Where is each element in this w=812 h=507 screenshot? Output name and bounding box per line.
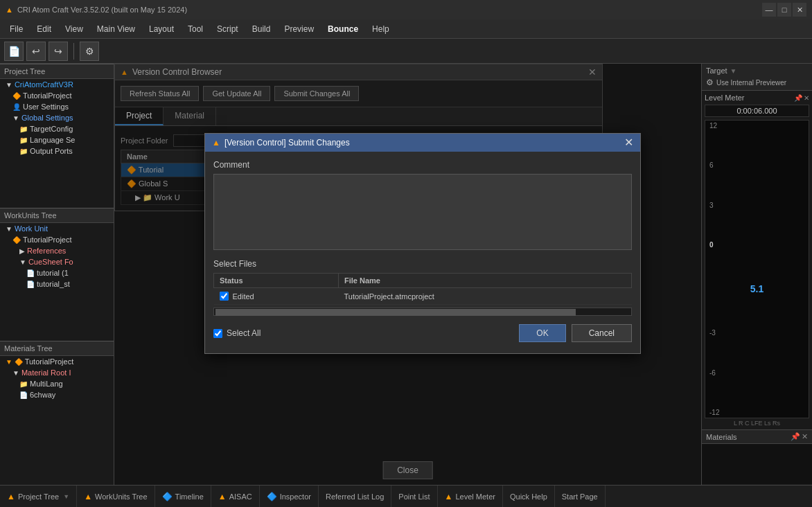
tree-item-materialroot[interactable]: ▼ Material Root I [0, 367, 114, 378]
tree-item-references[interactable]: ▶ References [0, 245, 114, 256]
taskbar-start-page[interactable]: Start Page [555, 486, 606, 507]
submit-dialog-close-button[interactable]: ✕ [624, 137, 633, 148]
menu-view[interactable]: View [58, 21, 90, 37]
tree-item-tutorialproject[interactable]: 🔶 TutorialProject [0, 90, 114, 101]
submit-dialog-icon: ▲ [212, 138, 220, 148]
menu-tool[interactable]: Tool [181, 21, 210, 37]
submit-dialog-body: Comment Select Files Status File Name [205, 152, 640, 353]
taskbar-quick-help[interactable]: Quick Help [503, 486, 555, 507]
tree-item-usersettings[interactable]: 👤 User Settings [0, 101, 114, 112]
menu-main-view[interactable]: Main View [90, 21, 142, 37]
taskbar-timeline[interactable]: 🔷 Timeline [155, 486, 211, 507]
materials-panel: Materials 📌 ✕ [702, 429, 812, 485]
taskbar-dropdown-icon: ▼ [63, 493, 69, 500]
taskbar-point-list[interactable]: Point List [391, 486, 437, 507]
cancel-button[interactable]: Cancel [572, 324, 632, 342]
menu-layout[interactable]: Layout [142, 21, 181, 37]
db-0-pos: 0 [709, 241, 804, 249]
settings-button[interactable]: ⚙ [80, 42, 99, 61]
materials-pin-button[interactable]: 📌 [791, 432, 800, 441]
workunits-icon: ▲ [84, 492, 92, 501]
point-list-label: Point List [398, 492, 430, 501]
submit-dialog-title-left: ▲ [Version Control] Submit Changes [212, 138, 350, 148]
close-window-button[interactable]: ✕ [793, 3, 806, 17]
menu-help[interactable]: Help [365, 21, 396, 37]
tree-item-tutorialst[interactable]: 📄 tutorial_st [0, 278, 114, 290]
title-bar-controls: — □ ✕ [762, 3, 806, 17]
tree-label: MultiLang [30, 380, 63, 388]
tree-label: References [27, 247, 66, 255]
filename-header: File Name [339, 274, 632, 288]
file-row[interactable]: Edited TutorialProject.atmcproject [214, 288, 632, 305]
tree-item-mat-tutorial[interactable]: ▼ 🔶 TutorialProject [0, 356, 114, 367]
tree-label: TutorialProject [23, 91, 72, 100]
toolbar-separator [73, 43, 74, 60]
folder-icon: ▼ [12, 369, 19, 377]
toolbar: 📄 ↩ ↪ ⚙ [0, 39, 812, 64]
minimize-button[interactable]: — [762, 3, 776, 17]
db-12-pos: 12 [709, 122, 804, 130]
tree-label: Language Se [30, 136, 75, 144]
timecode-value: 0:00:06.000 [736, 107, 777, 115]
channel-labels: L R C LFE Ls Rs [705, 420, 809, 427]
tree-item-outputports[interactable]: 📁 Output Ports [0, 145, 114, 157]
scrollbar-thumb[interactable] [215, 309, 576, 316]
dialog-buttons: OK Cancel [519, 324, 632, 342]
select-all-checkbox[interactable] [213, 329, 222, 338]
folder-icon: ▼ [19, 258, 26, 266]
ok-button[interactable]: OK [519, 324, 565, 342]
tree-item-wu-tutorial[interactable]: 🔶 TutorialProject [0, 234, 114, 245]
tree-item-criatom[interactable]: ▼ CriAtomCraftV3R [0, 79, 114, 90]
menu-build[interactable]: Build [245, 21, 278, 37]
workunits-tree-header: WorkUnits Tree [0, 208, 114, 223]
level-meter-display: 12 6 3 0 5.1 -3 -6 -12 [705, 120, 809, 418]
taskbar-level-meter-label: Level Meter [455, 492, 495, 501]
taskbar-workunits-tree[interactable]: ▲ WorkUnits Tree [77, 486, 155, 507]
level-meter-panel: Level Meter 📌 ✕ 0:00:06.000 12 6 3 0 5.1… [702, 91, 812, 429]
tree-item-globalsettings[interactable]: ▼ Global Settings [0, 112, 114, 123]
tree-label: Global Settings [21, 114, 73, 122]
redo-button[interactable]: ↪ [48, 42, 68, 61]
tree-item-cuesheetfo[interactable]: ▼ CueSheet Fo [0, 256, 114, 267]
tree-item-workunit[interactable]: ▼ Work Unit [0, 223, 114, 234]
taskbar-project-tree[interactable]: ▲ Project Tree ▼ [0, 486, 77, 507]
materials-close-button[interactable]: ✕ [802, 432, 808, 441]
file-checkbox[interactable] [220, 292, 229, 301]
level-meter-header: Level Meter 📌 ✕ [705, 94, 809, 102]
file-icon: 📄 [26, 269, 35, 277]
tree-label: TargetConfig [30, 125, 73, 133]
level-meter-pin-button[interactable]: 📌 [794, 94, 802, 102]
tree-item-targetconfig[interactable]: 📁 TargetConfig [0, 123, 114, 134]
menu-edit[interactable]: Edit [30, 21, 58, 37]
tree-item-tutorial1[interactable]: 📄 tutorial (1 [0, 267, 114, 278]
tree-label: User Settings [23, 103, 69, 111]
taskbar-aisac-label: AISAC [229, 492, 252, 501]
new-button[interactable]: 📄 [4, 42, 24, 61]
taskbar-inspector[interactable]: 🔷 Inspector [260, 486, 319, 507]
referred-list-label: Referred List Log [326, 492, 384, 501]
taskbar-level-meter[interactable]: ▲ Level Meter [438, 486, 503, 507]
menu-preview[interactable]: Preview [277, 21, 321, 37]
file-status-cell: Edited [214, 288, 339, 305]
app-title: CRI Atom Craft Ver.3.52.02 (built on May… [17, 6, 187, 14]
taskbar-start-page-label: Start Page [562, 492, 598, 501]
right-panel: Target ▼ ⚙ Use Internal Previewer Level … [701, 64, 812, 485]
menu-script[interactable]: Script [210, 21, 245, 37]
file-icon: 📄 [26, 281, 35, 288]
undo-button[interactable]: ↩ [26, 42, 46, 61]
comment-textarea[interactable] [213, 174, 632, 250]
tree-label: TutorialProject [23, 235, 72, 244]
project-tree-icon: ▲ [7, 492, 15, 501]
folder-icon: ▼ [6, 81, 12, 89]
tree-item-6chway[interactable]: 📄 6chway [0, 389, 114, 400]
timeline-icon: 🔷 [162, 492, 173, 501]
menu-file[interactable]: File [3, 21, 30, 37]
taskbar-referred-list[interactable]: Referred List Log [319, 486, 391, 507]
taskbar-aisac[interactable]: ▲ AISAC [211, 486, 260, 507]
submit-changes-dialog: ▲ [Version Control] Submit Changes ✕ Com… [204, 133, 641, 354]
tree-item-multilang[interactable]: 📁 MultiLang [0, 378, 114, 389]
menu-bounce[interactable]: Bounce [321, 21, 365, 37]
level-meter-close-button[interactable]: ✕ [804, 94, 809, 102]
maximize-button[interactable]: □ [777, 3, 791, 17]
tree-item-languagese[interactable]: 📁 Language Se [0, 134, 114, 145]
